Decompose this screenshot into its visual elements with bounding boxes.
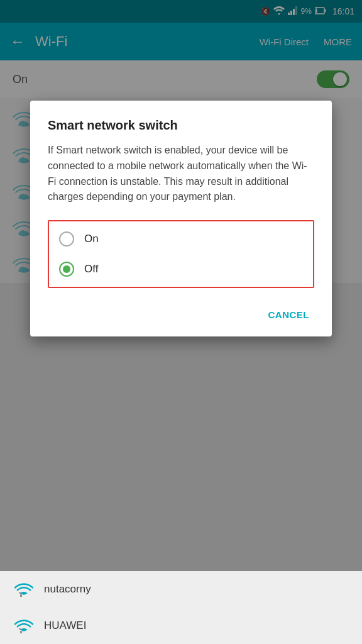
wifi-network-huawei[interactable]: HUAWEI xyxy=(0,608,362,644)
svg-rect-10 xyxy=(19,628,21,630)
radio-circle-on xyxy=(59,231,74,247)
dialog-actions: CANCEL xyxy=(48,301,314,326)
svg-rect-9 xyxy=(20,631,22,633)
wifi-networks-list: nutacorny HUAWEI xyxy=(0,571,362,644)
smart-network-switch-dialog: Smart network switch If Smart network sw… xyxy=(30,101,332,336)
svg-rect-7 xyxy=(20,594,22,597)
radio-inner-off xyxy=(63,265,70,273)
radio-circle-off xyxy=(59,262,74,277)
wifi-network-label-nutacorny: nutacorny xyxy=(44,583,91,596)
radio-option-off[interactable]: Off xyxy=(57,254,305,284)
wifi-network-label-huawei: HUAWEI xyxy=(44,619,86,632)
radio-label-on: On xyxy=(84,233,99,245)
radio-group: On Off xyxy=(48,220,314,288)
dialog-body: If Smart network switch is enabled, your… xyxy=(48,143,314,205)
cancel-button[interactable]: CANCEL xyxy=(263,303,315,326)
radio-option-on[interactable]: On xyxy=(57,224,305,254)
svg-rect-8 xyxy=(19,592,21,594)
dialog-title: Smart network switch xyxy=(48,118,314,133)
dialog-overlay: Smart network switch If Smart network sw… xyxy=(0,0,362,644)
radio-label-off: Off xyxy=(84,263,98,275)
wifi-network-nutacorny[interactable]: nutacorny xyxy=(0,571,362,608)
